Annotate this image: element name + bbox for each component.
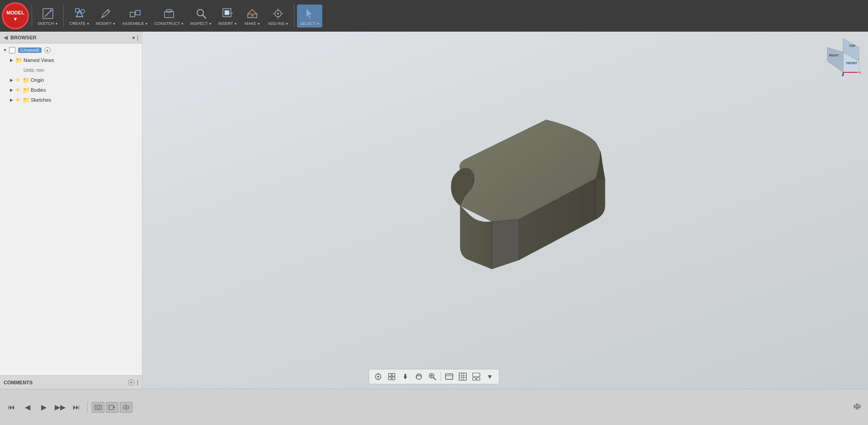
origin-label: Origin (31, 77, 44, 83)
toolbar-separator-3 (294, 5, 294, 27)
viewport[interactable]: TOP FRONT RIGHT Z X (142, 32, 868, 389)
toolbar-sketch-group[interactable]: SKETCH (35, 5, 61, 28)
vbt-grid-btn[interactable] (457, 371, 469, 382)
3d-model (379, 115, 632, 305)
frame-control-settings[interactable] (120, 402, 132, 413)
svg-point-60 (97, 406, 99, 409)
create-icon (72, 6, 87, 21)
browser-header-icons: ● | (132, 34, 138, 41)
units-label: Units: mm (24, 68, 44, 73)
timeline-last-btn[interactable]: ⏭ (70, 401, 83, 414)
insert-icon (221, 6, 235, 21)
browser-settings-icon[interactable]: ● (132, 34, 135, 41)
frame-control-video[interactable] (106, 402, 118, 413)
origin-eye-icon[interactable]: 👁 (15, 77, 22, 83)
root-expander[interactable]: ▼ (2, 47, 8, 53)
svg-line-5 (107, 10, 109, 12)
unsaved-badge: (Unsaved) (18, 47, 42, 53)
model-label: MODEL (6, 10, 24, 15)
named-views-expander[interactable]: ▶ (8, 57, 14, 63)
vbt-grid-snap-btn[interactable] (386, 371, 398, 382)
timeline-frame-controls (92, 402, 132, 413)
vbt-display-settings-btn[interactable] (470, 371, 483, 382)
svg-point-2 (50, 9, 52, 11)
frame-control-photo[interactable] (92, 402, 104, 413)
addins-label: ADD-INS (268, 21, 288, 26)
make-icon (245, 6, 259, 21)
svg-rect-15 (225, 10, 229, 15)
browser-panel: ◀ BROWSER ● | ▼ (Unsaved) ● ▶ 📁 Named Vi… (0, 32, 142, 389)
toolbar-separator-2 (63, 5, 64, 27)
viewport-bottom-toolbar: ▼ (369, 369, 500, 384)
svg-rect-57 (473, 378, 476, 380)
svg-text:X: X (859, 71, 861, 74)
root-settings-dot[interactable]: ● (44, 47, 51, 53)
vbt-snap-btn[interactable] (372, 371, 385, 382)
main-toolbar: MODEL ▼ SKETCH CREATE (0, 0, 868, 32)
assemble-label: ASSEMBLE (122, 21, 148, 26)
inspect-icon (194, 6, 208, 21)
tree-item-sketches[interactable]: ▶ 👁 📁 Sketches (0, 95, 142, 105)
browser-pin-icon[interactable]: | (137, 34, 138, 41)
svg-point-4 (81, 9, 85, 13)
svg-text:FRONT: FRONT (846, 61, 858, 65)
svg-marker-28 (827, 47, 843, 72)
toolbar-select-group[interactable]: SELECT (297, 5, 322, 28)
timeline-first-btn[interactable]: ⏮ (5, 401, 18, 414)
vbt-dropdown-btn[interactable]: ▼ (484, 371, 496, 382)
status-bar: ⏮ ◀ ▶ ▶▶ ⏭ (0, 389, 868, 425)
origin-expander[interactable]: ▶ (8, 77, 14, 83)
toolbar-make-group[interactable]: MAKE (241, 5, 264, 28)
comments-pin-icon[interactable]: | (137, 379, 138, 386)
select-icon (302, 6, 317, 21)
svg-rect-49 (446, 374, 453, 379)
construct-label: CONSTRUCT (154, 21, 184, 26)
toolbar-inspect-group[interactable]: INSPECT (188, 5, 215, 28)
vbt-view-btn[interactable] (443, 371, 456, 382)
model-dropdown-arrow: ▼ (13, 16, 18, 22)
toolbar-create-group[interactable]: CREATE (66, 5, 92, 28)
svg-point-20 (277, 13, 279, 14)
sketches-eye-icon[interactable]: 👁 (15, 97, 22, 103)
toolbar-assemble-group[interactable]: ASSEMBLE (119, 5, 151, 28)
view-cube[interactable]: TOP FRONT RIGHT Z X (823, 36, 863, 77)
bodies-folder-icon: 📁 (23, 87, 30, 94)
bodies-eye-icon[interactable]: 👁 (15, 87, 22, 93)
vbt-orbit-btn[interactable] (413, 371, 425, 382)
tree-item-named-views[interactable]: ▶ 📁 Named Views (0, 55, 142, 65)
status-bar-settings-icon[interactable] (851, 401, 863, 414)
svg-rect-40 (389, 373, 392, 376)
tree-item-origin[interactable]: ▶ 👁 📁 Origin (0, 75, 142, 85)
insert-label: INSERT (218, 21, 237, 26)
svg-rect-41 (392, 373, 395, 376)
svg-text:RIGHT: RIGHT (829, 54, 840, 57)
toolbar-modify-group[interactable]: MODIFY (93, 5, 118, 28)
select-label: SELECT (300, 21, 320, 26)
model-button[interactable]: MODEL ▼ (2, 2, 29, 29)
tree-item-root[interactable]: ▼ (Unsaved) ● (0, 45, 142, 55)
sketches-expander[interactable]: ▶ (8, 97, 14, 103)
vbt-separator-1 (441, 372, 441, 381)
toolbar-construct-group[interactable]: CONSTRUCT (151, 5, 186, 28)
toolbar-separator-1 (32, 5, 32, 27)
tree-item-bodies[interactable]: ▶ 👁 📁 Bodies (0, 85, 142, 95)
toolbar-insert-group[interactable]: INSERT (216, 5, 240, 28)
svg-rect-43 (392, 377, 395, 380)
modify-icon (99, 6, 113, 21)
bodies-expander[interactable]: ▶ (8, 87, 14, 93)
vbt-pan-btn[interactable] (399, 371, 412, 382)
vbt-zoom-btn[interactable] (426, 371, 439, 382)
svg-rect-58 (477, 378, 480, 380)
sketch-icon (41, 6, 55, 21)
browser-collapse-arrow[interactable]: ◀ (4, 34, 8, 41)
timeline-next-btn[interactable]: ▶▶ (53, 401, 67, 414)
comments-settings-dot[interactable]: ● (128, 379, 134, 386)
svg-line-46 (434, 378, 436, 380)
timeline-prev-btn[interactable]: ◀ (21, 401, 34, 414)
assemble-icon (128, 6, 142, 21)
svg-marker-25 (307, 9, 312, 19)
timeline-play-btn[interactable]: ▶ (37, 401, 51, 414)
origin-folder-icon: 📁 (23, 77, 30, 84)
toolbar-addins-group[interactable]: ADD-INS (265, 5, 291, 28)
make-label: MAKE (245, 21, 260, 26)
